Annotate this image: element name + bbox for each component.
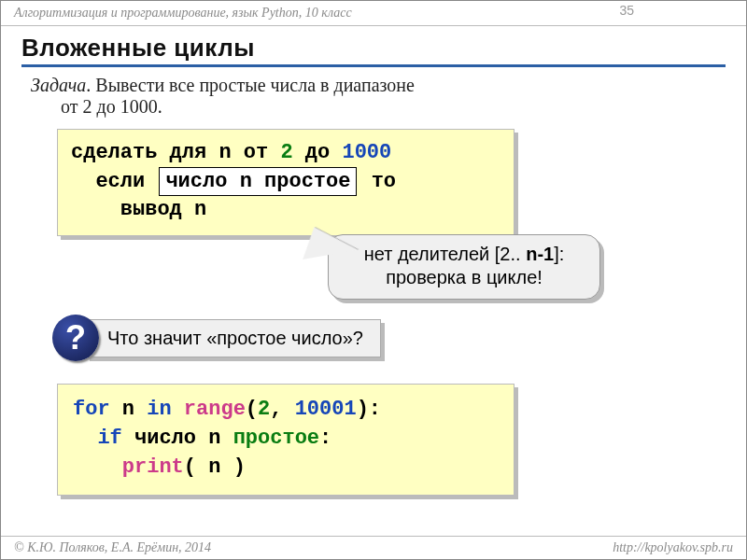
task-text: Задача. Вывести все простые числа в диап… xyxy=(1,69,746,118)
question-badge: ? xyxy=(52,315,99,361)
callout-line-2: проверка в цикле! xyxy=(340,266,588,289)
pseudo-line-1: сделать для n от 2 до 1000 xyxy=(71,139,500,167)
pseudo-line-3: вывод n xyxy=(71,196,500,224)
python-code-box: for n in range(2, 10001): if число n про… xyxy=(57,384,514,496)
header-subject: Алгоритмизация и программирование, язык … xyxy=(14,6,352,21)
task-label: Задача xyxy=(31,75,86,95)
pseudocode-box: сделать для n от 2 до 1000 если число n … xyxy=(57,129,514,236)
slide-title: Вложенные циклы xyxy=(21,34,726,63)
title-section: Вложенные циклы xyxy=(1,26,746,69)
callout-box: нет делителей [2.. n-1]: проверка в цикл… xyxy=(328,234,600,300)
slide-header: Алгоритмизация и программирование, язык … xyxy=(1,1,746,25)
question-box: Что значит «простое число»? xyxy=(86,319,381,357)
question-mark-icon: ? xyxy=(65,318,86,357)
inline-condition-box: число n простое xyxy=(159,167,357,197)
callout-line-1: нет делителей [2.. n-1]: xyxy=(340,243,588,266)
pseudo-line-2: если число n простое то xyxy=(71,167,500,197)
code-line-1: for n in range(2, 10001): xyxy=(73,396,499,425)
title-underline xyxy=(21,64,726,67)
question-row: ? Что значит «простое число»? xyxy=(52,315,381,361)
task-line1: . Вывести все простые числа в диапазоне xyxy=(86,75,415,95)
page-number: 35 xyxy=(619,3,634,18)
code-line-3: print( n ) xyxy=(73,454,499,483)
slide-footer: © К.Ю. Поляков, Е.А. Ерёмин, 2014 http:/… xyxy=(1,536,746,559)
task-line2: от 2 до 1000. xyxy=(31,96,726,118)
code-line-2: if число n простое: xyxy=(73,425,499,454)
footer-copyright: © К.Ю. Поляков, Е.А. Ерёмин, 2014 xyxy=(14,540,211,555)
footer-url: http://kpolyakov.spb.ru xyxy=(613,540,733,555)
